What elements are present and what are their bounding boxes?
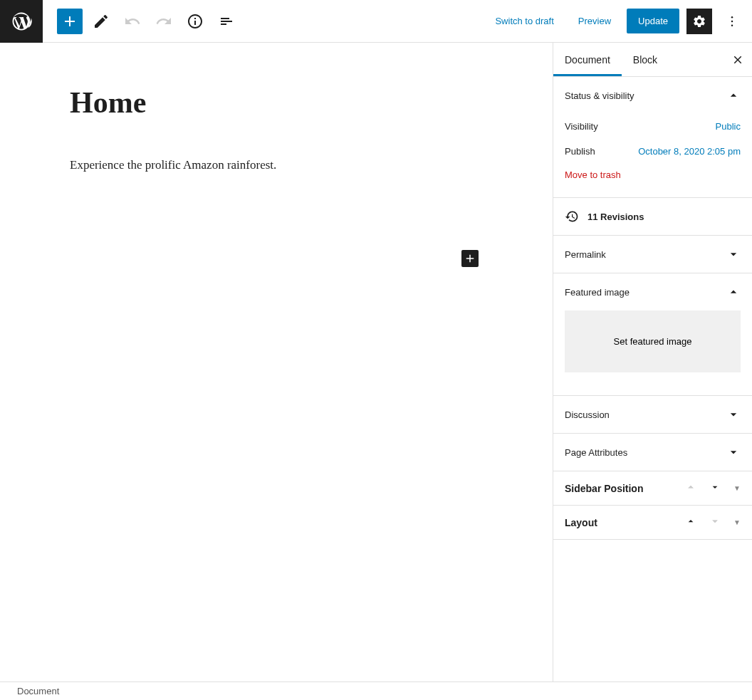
panel-permalink: Permalink: [553, 236, 752, 273]
toolbar-left: [43, 9, 239, 34]
panel-header-page-attributes[interactable]: Page Attributes: [553, 434, 752, 471]
toolbar-right: Switch to draft Preview Update: [486, 9, 752, 34]
edit-mode-button[interactable]: [88, 9, 114, 34]
post-content[interactable]: Experience the prolific Amazon rainfores…: [70, 155, 483, 174]
add-block-button[interactable]: [57, 9, 83, 34]
tab-block[interactable]: Block: [622, 43, 669, 76]
panel-revisions[interactable]: 11 Revisions: [553, 198, 752, 236]
settings-button[interactable]: [686, 9, 712, 34]
chevron-down-icon: [726, 247, 741, 261]
panel-title: Status & visibility: [565, 90, 634, 101]
panel-title: Featured image: [565, 287, 630, 298]
move-up-button[interactable]: [685, 516, 696, 529]
undo-button[interactable]: [120, 9, 145, 34]
svg-point-0: [731, 16, 733, 18]
visibility-row: Visibility Public: [565, 114, 741, 139]
chevron-up-icon: [726, 88, 741, 103]
inline-add-block-button[interactable]: [461, 250, 479, 267]
wordpress-icon: [11, 11, 32, 32]
visibility-label: Visibility: [565, 121, 598, 132]
toggle-icon[interactable]: ▼: [733, 518, 741, 526]
more-options-button[interactable]: [719, 9, 745, 34]
pencil-icon: [93, 13, 110, 30]
panel-header-discussion[interactable]: Discussion: [553, 396, 752, 433]
set-featured-image-button[interactable]: Set featured image: [565, 310, 741, 372]
revisions-label: 11 Revisions: [588, 211, 644, 222]
settings-sidebar: Document Block Status & visibility Visib…: [553, 43, 752, 681]
panel-title: Permalink: [565, 249, 606, 260]
history-icon: [565, 209, 579, 224]
sidebar-tabs: Document Block: [553, 43, 752, 77]
move-down-button: [709, 516, 721, 529]
preview-button[interactable]: Preview: [570, 10, 620, 32]
close-sidebar-button[interactable]: [729, 51, 746, 68]
move-to-trash-button[interactable]: Move to trash: [565, 164, 741, 186]
panel-header-featured-image[interactable]: Featured image: [553, 273, 752, 310]
panel-status-visibility: Status & visibility Visibility Public Pu…: [553, 77, 752, 198]
chevron-up-icon: [685, 481, 696, 493]
chevron-down-icon: [726, 407, 741, 422]
panel-title: Layout: [565, 517, 597, 528]
editor-canvas[interactable]: Home Experience the prolific Amazon rain…: [0, 43, 553, 681]
chevron-up-icon: [726, 285, 741, 299]
wordpress-logo[interactable]: [0, 0, 43, 43]
switch-to-draft-button[interactable]: Switch to draft: [486, 10, 562, 32]
chevron-up-icon: [685, 516, 696, 527]
undo-icon: [124, 13, 141, 30]
svg-point-2: [731, 24, 733, 26]
panel-title: Page Attributes: [565, 447, 627, 458]
toggle-icon[interactable]: ▼: [733, 484, 741, 492]
breadcrumb-item[interactable]: Document: [17, 686, 59, 696]
info-icon: [187, 13, 204, 30]
tab-document[interactable]: Document: [553, 43, 622, 76]
svg-point-1: [731, 20, 733, 22]
publish-label: Publish: [565, 146, 595, 157]
redo-icon: [155, 13, 172, 30]
update-button[interactable]: Update: [627, 9, 679, 33]
panel-layout[interactable]: Layout ▼: [553, 506, 752, 540]
panel-discussion: Discussion: [553, 396, 752, 434]
chevron-down-icon: [709, 516, 721, 527]
panel-featured-image: Featured image Set featured image: [553, 273, 752, 396]
move-up-button: [685, 481, 696, 495]
info-button[interactable]: [182, 9, 208, 34]
outline-icon: [218, 13, 235, 30]
panel-header-permalink[interactable]: Permalink: [553, 236, 752, 273]
breadcrumb-footer: Document: [0, 681, 752, 700]
post-title[interactable]: Home: [70, 85, 483, 120]
top-toolbar: Switch to draft Preview Update: [0, 0, 752, 43]
kebab-icon: [725, 14, 739, 28]
chevron-down-icon: [726, 445, 741, 459]
panel-header-status[interactable]: Status & visibility: [553, 77, 752, 114]
visibility-value[interactable]: Public: [716, 121, 741, 132]
chevron-down-icon: [709, 481, 721, 493]
publish-row: Publish October 8, 2020 2:05 pm: [565, 139, 741, 164]
panel-sidebar-position[interactable]: Sidebar Position ▼: [553, 471, 752, 506]
panel-page-attributes: Page Attributes: [553, 434, 752, 471]
plus-icon: [61, 13, 78, 30]
publish-value[interactable]: October 8, 2020 2:05 pm: [638, 146, 741, 157]
outline-button[interactable]: [214, 9, 239, 34]
panel-title: Discussion: [565, 409, 610, 420]
close-icon: [731, 53, 744, 66]
move-down-button[interactable]: [709, 481, 721, 495]
gear-icon: [692, 14, 706, 28]
panel-title: Sidebar Position: [565, 483, 643, 494]
redo-button[interactable]: [151, 9, 177, 34]
plus-icon: [464, 252, 476, 265]
